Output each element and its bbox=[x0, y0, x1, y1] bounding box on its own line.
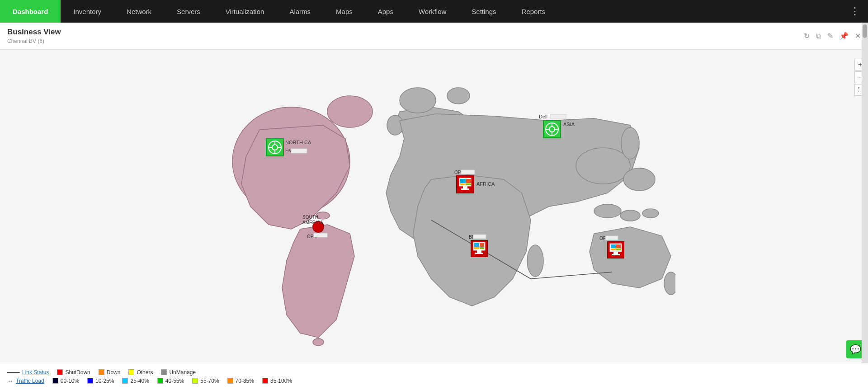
traffic-70-85-label: 70-85% bbox=[236, 378, 254, 384]
traffic-85-100-label: 85-100% bbox=[270, 378, 292, 384]
traffic-25-40-label: 25-40% bbox=[130, 378, 149, 384]
svg-rect-63 bbox=[474, 243, 479, 247]
svg-rect-73 bbox=[611, 244, 616, 248]
svg-point-14 bbox=[623, 168, 655, 191]
nav-item-inventory[interactable]: Inventory bbox=[61, 0, 114, 23]
legend-traffic-40-55: 40-55% bbox=[157, 378, 184, 384]
shutdown-swatch bbox=[57, 369, 63, 375]
svg-rect-47 bbox=[460, 179, 466, 183]
map-container: NORTH CA EMC Dell ASIA bbox=[0, 50, 854, 363]
nav-item-alarms[interactable]: Alarms bbox=[277, 0, 323, 23]
svg-point-17 bbox=[642, 209, 659, 218]
svg-text:NORTH CA: NORTH CA bbox=[285, 140, 311, 145]
svg-rect-52 bbox=[461, 170, 475, 174]
device-africa-south[interactable]: BPM bbox=[469, 235, 487, 257]
nav-item-network[interactable]: Network bbox=[114, 0, 164, 23]
svg-rect-74 bbox=[616, 244, 621, 248]
svg-rect-78 bbox=[605, 236, 618, 240]
legend-row-status: Link Status ShutDown Down Others UnManag… bbox=[7, 369, 861, 376]
traffic-0-10-swatch bbox=[52, 378, 58, 384]
nav-item-servers[interactable]: Servers bbox=[164, 0, 213, 23]
legend-traffic-load: ↔ Traffic Load bbox=[7, 377, 44, 385]
svg-point-2 bbox=[327, 96, 373, 127]
legend-traffic-10-25: 10-25% bbox=[87, 378, 114, 384]
traffic-55-70-swatch bbox=[192, 378, 198, 384]
legend-traffic-55-70: 55-70% bbox=[192, 378, 219, 384]
svg-point-8 bbox=[447, 88, 470, 104]
traffic-10-25-swatch bbox=[87, 378, 93, 384]
down-label: Down bbox=[107, 369, 121, 376]
nav-item-reports[interactable]: Reports bbox=[509, 0, 558, 23]
svg-point-15 bbox=[594, 204, 621, 218]
svg-rect-71 bbox=[613, 252, 618, 254]
svg-text:ASIA: ASIA bbox=[563, 122, 575, 127]
pin-icon[interactable]: 📌 bbox=[840, 32, 849, 40]
scrollbar[interactable] bbox=[862, 23, 868, 363]
shutdown-label: ShutDown bbox=[65, 369, 90, 376]
svg-point-7 bbox=[400, 88, 436, 113]
others-label: Others bbox=[137, 369, 153, 376]
others-swatch bbox=[128, 369, 134, 375]
traffic-70-85-swatch bbox=[227, 378, 233, 384]
down-swatch bbox=[99, 369, 104, 375]
traffic-0-10-label: 00-10% bbox=[61, 378, 79, 384]
svg-text:SOUTH: SOUTH bbox=[302, 215, 318, 220]
world-map-svg: NORTH CA EMC Dell ASIA bbox=[178, 66, 675, 347]
traffic-10-25-label: 10-25% bbox=[95, 378, 114, 384]
nav-item-workflow[interactable]: Workflow bbox=[406, 0, 459, 23]
nav-item-maps[interactable]: Maps bbox=[323, 0, 365, 23]
link-status-line bbox=[7, 372, 20, 373]
svg-rect-75 bbox=[611, 249, 616, 250]
nav-item-settings[interactable]: Settings bbox=[459, 0, 509, 23]
svg-marker-4 bbox=[282, 225, 354, 338]
svg-rect-61 bbox=[477, 250, 481, 253]
page-subtitle: Chennai BV (6) bbox=[7, 38, 44, 44]
link-status-label[interactable]: Link Status bbox=[22, 369, 49, 376]
nav-item-virtualization[interactable]: Virtualization bbox=[213, 0, 277, 23]
legend-area: Link Status ShutDown Down Others UnManag… bbox=[0, 363, 868, 390]
traffic-55-70-label: 55-70% bbox=[200, 378, 219, 384]
page-title: Business View bbox=[7, 28, 61, 37]
svg-point-20 bbox=[621, 127, 639, 159]
legend-unmanage: UnManage bbox=[161, 369, 196, 376]
legend-down: Down bbox=[99, 369, 121, 376]
page-header: Business View Chennai BV (6) ↻ ⧉ ✎ 📌 ✕ bbox=[0, 23, 868, 50]
svg-rect-76 bbox=[616, 249, 621, 250]
svg-text:Dell: Dell bbox=[539, 114, 547, 119]
legend-traffic-0-10: 00-10% bbox=[52, 378, 79, 384]
nav-item-dashboard[interactable]: Dashboard bbox=[0, 0, 61, 23]
svg-point-16 bbox=[620, 210, 640, 221]
svg-text:AMERICA: AMERICA bbox=[302, 220, 323, 225]
svg-rect-56 bbox=[314, 233, 327, 237]
traffic-load-label[interactable]: Traffic Load bbox=[16, 378, 44, 384]
svg-rect-45 bbox=[463, 186, 467, 188]
traffic-85-100-swatch bbox=[262, 378, 268, 384]
legend-link-status: Link Status bbox=[7, 369, 49, 376]
svg-rect-50 bbox=[466, 183, 471, 185]
edit-icon[interactable]: ✎ bbox=[827, 32, 833, 40]
refresh-icon[interactable]: ↻ bbox=[804, 32, 810, 40]
legend-shutdown: ShutDown bbox=[57, 369, 90, 376]
svg-point-19 bbox=[664, 272, 675, 295]
save-icon[interactable]: ⧉ bbox=[816, 32, 821, 40]
legend-traffic-25-40: 25-40% bbox=[122, 378, 149, 384]
header-title-area: Business View Chennai BV (6) bbox=[7, 28, 61, 45]
svg-rect-41 bbox=[550, 114, 566, 119]
nav-item-apps[interactable]: Apps bbox=[365, 0, 406, 23]
map-area: NORTH CA EMC Dell ASIA bbox=[0, 50, 868, 363]
svg-rect-68 bbox=[473, 235, 486, 239]
unmanage-label: UnManage bbox=[169, 369, 196, 376]
header-actions: ↻ ⧉ ✎ 📌 ✕ bbox=[804, 32, 861, 40]
nav-more-button[interactable]: ⋮ bbox=[842, 0, 868, 23]
svg-rect-46 bbox=[461, 188, 469, 190]
svg-rect-32 bbox=[291, 149, 307, 153]
legend-traffic-85-100: 85-100% bbox=[262, 378, 292, 384]
navigation: Dashboard Inventory Network Servers Virt… bbox=[0, 0, 868, 23]
svg-rect-62 bbox=[475, 253, 483, 254]
svg-rect-49 bbox=[460, 183, 466, 185]
svg-rect-72 bbox=[612, 254, 620, 255]
legend-others: Others bbox=[128, 369, 153, 376]
close-icon[interactable]: ✕ bbox=[855, 32, 861, 40]
svg-point-13 bbox=[576, 148, 630, 184]
svg-point-5 bbox=[313, 338, 324, 346]
